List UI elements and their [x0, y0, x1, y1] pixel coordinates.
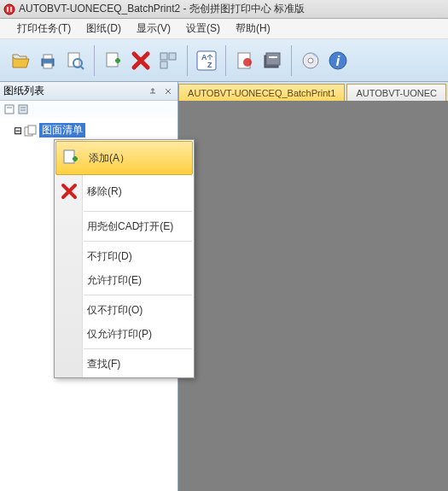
svg-text:i: i	[336, 54, 340, 68]
menu-display[interactable]: 显示(V)	[137, 21, 171, 36]
svg-text:A: A	[201, 53, 207, 61]
canvas-panel: AUTOBVT-UONECEQ_BatchPrint1 AUTOBVT-UONE…	[178, 82, 448, 491]
menu-print-tasks[interactable]: 打印任务(T)	[17, 21, 71, 36]
document-tabs: AUTOBVT-UONECEQ_BatchPrint1 AUTOBVT-UONE…	[178, 82, 448, 101]
disc-button[interactable]	[299, 49, 323, 73]
svg-point-15	[243, 58, 252, 67]
toolbar: AZ i	[0, 39, 448, 82]
add-button[interactable]	[102, 49, 125, 73]
ctx-open-cad[interactable]: 用尧创CAD打开(E)	[55, 214, 194, 238]
pages-icon	[24, 125, 38, 137]
toolbar-separator	[187, 45, 188, 76]
open-button[interactable]	[9, 49, 32, 73]
tab-batchprint1[interactable]: AUTOBVT-UONECEQ_BatchPrint1	[178, 84, 345, 101]
archive-button[interactable]	[260, 49, 284, 73]
svg-rect-3	[44, 63, 52, 68]
context-menu: 添加(A） 移除(R) 用尧创CAD打开(E) 不打印(D) 允许打印(E) 仅…	[54, 139, 195, 378]
ctx-add[interactable]: 添加(A）	[55, 141, 193, 175]
close-panel-icon[interactable]	[162, 85, 174, 97]
svg-rect-9	[169, 53, 176, 60]
svg-rect-8	[160, 53, 167, 60]
arrange-button[interactable]	[156, 49, 180, 73]
menu-drawings[interactable]: 图纸(D)	[86, 21, 121, 36]
ctx-no-print[interactable]: 不打印(D)	[55, 244, 194, 268]
toolbar-separator	[225, 45, 226, 76]
app-icon	[3, 3, 15, 15]
panel-view-icons	[0, 101, 177, 118]
ctx-separator	[84, 348, 192, 349]
svg-rect-25	[19, 105, 27, 114]
ctx-only-no-print[interactable]: 仅不打印(O)	[55, 298, 194, 322]
svg-rect-23	[5, 105, 14, 114]
canvas[interactable]	[178, 101, 448, 491]
svg-rect-18	[269, 56, 277, 58]
svg-point-0	[4, 4, 15, 15]
pin-icon[interactable]	[147, 85, 159, 97]
svg-rect-10	[160, 61, 167, 68]
view-detail-icon[interactable]	[17, 103, 29, 115]
ctx-remove[interactable]: 移除(R)	[55, 174, 194, 208]
stamp-button[interactable]	[233, 49, 257, 73]
svg-rect-17	[266, 53, 280, 65]
menu-help[interactable]: 帮助(H)	[236, 21, 271, 36]
info-button[interactable]: i	[326, 49, 350, 73]
svg-line-6	[81, 67, 84, 69]
ctx-allow-print[interactable]: 允许打印(E)	[55, 268, 194, 292]
remove-x-icon	[55, 174, 84, 208]
svg-rect-29	[28, 126, 36, 134]
menubar: 打印任务(T) 图纸(D) 显示(V) 设置(S) 帮助(H)	[0, 19, 448, 39]
delete-button[interactable]	[129, 49, 153, 73]
tree-root-node[interactable]: ⊟ 图面清单	[14, 123, 172, 137]
svg-text:Z: Z	[207, 61, 212, 69]
view-list-icon[interactable]	[3, 103, 15, 115]
svg-rect-2	[44, 55, 52, 59]
tree-root-label[interactable]: 图面清单	[39, 123, 85, 137]
tab-batchprint2[interactable]: AUTOBVT-UONEC	[346, 84, 446, 101]
svg-point-20	[308, 58, 313, 63]
svg-rect-30	[64, 150, 74, 163]
menu-settings[interactable]: 设置(S)	[186, 21, 220, 36]
preview-button[interactable]	[63, 49, 87, 73]
toolbar-separator	[291, 45, 292, 76]
expand-icon[interactable]: ⊟	[14, 125, 22, 137]
toolbar-separator	[94, 45, 95, 76]
window-title: AUTOBVT-UONECEQ_BatchPrint2 - 尧创拼图打印中心 标…	[19, 2, 305, 16]
ctx-separator	[84, 295, 192, 295]
titlebar: AUTOBVT-UONECEQ_BatchPrint2 - 尧创拼图打印中心 标…	[0, 0, 448, 19]
ctx-separator	[84, 211, 192, 212]
panel-title: 图纸列表	[3, 84, 44, 98]
ctx-only-allow-print[interactable]: 仅允许打印(P)	[55, 322, 194, 346]
print-button[interactable]	[36, 49, 60, 73]
ctx-find[interactable]: 查找(F)	[55, 352, 194, 376]
add-page-icon	[56, 142, 85, 174]
panel-header: 图纸列表	[0, 82, 177, 101]
sort-button[interactable]: AZ	[195, 49, 218, 73]
ctx-separator	[84, 241, 192, 242]
